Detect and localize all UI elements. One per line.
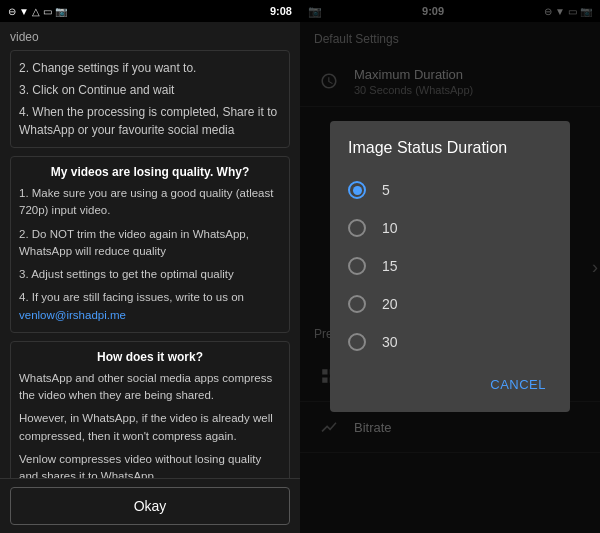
how-para-1: WhatsApp and other social media apps com… bbox=[19, 370, 281, 405]
image-status-dialog: Image Status Duration 5 10 15 20 bbox=[330, 121, 570, 412]
radio-5-inner bbox=[353, 186, 362, 195]
cancel-button[interactable]: CANCEL bbox=[478, 369, 558, 400]
option-15-label: 15 bbox=[382, 258, 398, 274]
screenshot-icon: 📷 bbox=[55, 6, 67, 17]
radio-20[interactable] bbox=[348, 295, 366, 313]
left-content: video 2. Change settings if you want to.… bbox=[0, 22, 300, 478]
quality-point-1: 1. Make sure you are using a good qualit… bbox=[19, 185, 281, 220]
radio-30[interactable] bbox=[348, 333, 366, 351]
option-30[interactable]: 30 bbox=[330, 323, 570, 361]
radio-5[interactable] bbox=[348, 181, 366, 199]
option-15[interactable]: 15 bbox=[330, 247, 570, 285]
left-panel: ⊖ ▼ △ ▭ 📷 9:08 video 2. Change settings … bbox=[0, 0, 300, 533]
email-link[interactable]: venlow@irshadpi.me bbox=[19, 309, 126, 321]
option-10[interactable]: 10 bbox=[330, 209, 570, 247]
dialog-overlay: Image Status Duration 5 10 15 20 bbox=[300, 0, 600, 533]
option-20-label: 20 bbox=[382, 296, 398, 312]
right-panel: 📷 9:09 ⊖ ▼ ▭ 📷 Default Settings Maximum … bbox=[300, 0, 600, 533]
option-30-label: 30 bbox=[382, 334, 398, 350]
how-title: How does it work? bbox=[19, 350, 281, 364]
dialog-title: Image Status Duration bbox=[330, 121, 570, 171]
quality-point-3: 3. Adjust settings to get the optimal qu… bbox=[19, 266, 281, 283]
step-4: 4. When the processing is completed, Sha… bbox=[19, 103, 281, 139]
steps-section: 2. Change settings if you want to. 3. Cl… bbox=[10, 50, 290, 148]
how-para-2: However, in WhatsApp, if the video is al… bbox=[19, 410, 281, 445]
wifi-icon: ▼ bbox=[19, 6, 29, 17]
status-icons-left: ⊖ ▼ △ ▭ 📷 bbox=[8, 6, 67, 17]
okay-button[interactable]: Okay bbox=[10, 487, 290, 525]
signal-bars-icon: △ bbox=[32, 6, 40, 17]
radio-15[interactable] bbox=[348, 257, 366, 275]
how-para-3: Venlow compresses video without losing q… bbox=[19, 451, 281, 478]
step-2: 2. Change settings if you want to. bbox=[19, 59, 281, 77]
okay-button-container: Okay bbox=[0, 478, 300, 533]
option-10-label: 10 bbox=[382, 220, 398, 236]
battery-icon: ▭ bbox=[43, 6, 52, 17]
step-3: 3. Click on Continue and wait bbox=[19, 81, 281, 99]
quality-point-2: 2. Do NOT trim the video again in WhatsA… bbox=[19, 226, 281, 261]
signal-icon: ⊖ bbox=[8, 6, 16, 17]
quality-point-4: 4. If you are still facing issues, write… bbox=[19, 289, 281, 324]
option-20[interactable]: 20 bbox=[330, 285, 570, 323]
video-label: video bbox=[10, 30, 290, 44]
quality-title: My videos are losing quality. Why? bbox=[19, 165, 281, 179]
quality-section: My videos are losing quality. Why? 1. Ma… bbox=[10, 156, 290, 333]
option-5[interactable]: 5 bbox=[330, 171, 570, 209]
radio-10[interactable] bbox=[348, 219, 366, 237]
how-section: How does it work? WhatsApp and other soc… bbox=[10, 341, 290, 478]
time-left: 9:08 bbox=[270, 5, 292, 17]
option-5-label: 5 bbox=[382, 182, 390, 198]
status-bar-left: ⊖ ▼ △ ▭ 📷 9:08 bbox=[0, 0, 300, 22]
dialog-actions: CANCEL bbox=[330, 361, 570, 412]
